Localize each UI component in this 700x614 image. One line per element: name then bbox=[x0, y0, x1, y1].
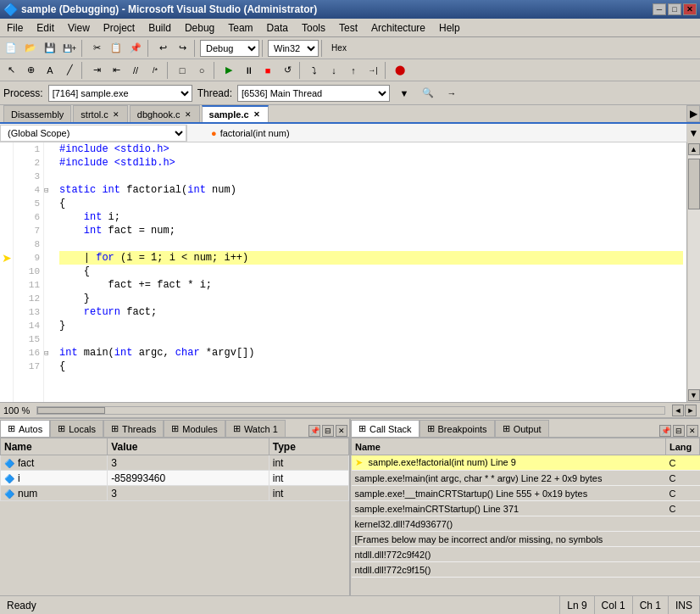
tab-callstack[interactable]: ⊞ Call Stack bbox=[351, 420, 419, 437]
save-all-btn[interactable]: 💾+ bbox=[60, 39, 79, 58]
platform-dropdown[interactable]: Win32 bbox=[268, 40, 319, 57]
maximize-button[interactable]: □ bbox=[668, 3, 681, 15]
hscroll-thumb[interactable] bbox=[37, 407, 105, 414]
uncomment-btn[interactable]: /* bbox=[146, 61, 164, 80]
close-button[interactable]: ✕ bbox=[683, 3, 697, 15]
hscroll-left[interactable]: ◄ bbox=[672, 405, 684, 416]
marker-spacer-6 bbox=[0, 210, 13, 224]
rect-btn[interactable]: □ bbox=[173, 61, 192, 80]
tab-dbghook[interactable]: dbghook.c ✕ bbox=[130, 105, 200, 122]
thread-search-btn[interactable]: 🔍 bbox=[419, 84, 437, 103]
tab-threads[interactable]: ⊞ Threads bbox=[103, 420, 164, 437]
menu-build[interactable]: Build bbox=[142, 20, 178, 36]
cs-close-btn[interactable]: ✕ bbox=[686, 425, 698, 437]
ln-17: 17 bbox=[17, 360, 40, 373]
tab-strtol-label: strtol.c bbox=[81, 109, 108, 120]
hscroll-right[interactable]: ► bbox=[685, 405, 697, 416]
code-content[interactable]: #include <stdio.h> #include <stdlib.h> s… bbox=[56, 142, 686, 402]
tab-output[interactable]: ⊞ Output bbox=[495, 420, 549, 437]
undo-btn[interactable]: ↩ bbox=[153, 39, 172, 58]
vscroll-up[interactable]: ▲ bbox=[688, 143, 700, 155]
menu-architecture[interactable]: Architecture bbox=[364, 20, 432, 36]
vscroll-track[interactable] bbox=[688, 155, 700, 389]
scope-arrow[interactable]: ▼ bbox=[686, 124, 700, 142]
line-btn[interactable]: ╱ bbox=[60, 61, 79, 80]
indent-btn[interactable]: ⇥ bbox=[87, 61, 106, 80]
vscroll-thumb[interactable] bbox=[688, 159, 700, 209]
thread-next-btn[interactable]: → bbox=[442, 84, 461, 103]
stepover-btn[interactable]: ⤵ bbox=[305, 61, 324, 80]
pointer-btn[interactable]: ↖ bbox=[2, 61, 20, 80]
cs-row-1-lang: C bbox=[666, 471, 700, 486]
redo-btn[interactable]: ↪ bbox=[173, 39, 192, 58]
var-icon-i: 🔷 bbox=[4, 474, 14, 483]
vscroll-down[interactable]: ▼ bbox=[688, 389, 700, 401]
stop-btn[interactable]: ■ bbox=[258, 61, 277, 80]
pause-btn[interactable]: ⏸ bbox=[239, 61, 258, 80]
autos-i-value: -858993460 bbox=[108, 471, 269, 486]
copy-btn[interactable]: 📋 bbox=[107, 39, 125, 58]
tab-autos[interactable]: ⊞ Autos bbox=[0, 420, 50, 437]
insert-point-btn[interactable]: ⊕ bbox=[21, 61, 40, 80]
cs-auto-hide-btn[interactable]: ⊟ bbox=[673, 425, 685, 437]
menu-file[interactable]: File bbox=[0, 20, 30, 36]
run-btn[interactable]: ▶ bbox=[219, 61, 238, 80]
modules-icon: ⊞ bbox=[171, 423, 179, 434]
thread-filter-btn[interactable]: ▼ bbox=[395, 84, 414, 103]
code-line-7: int fact = num; bbox=[59, 224, 683, 237]
code-line-13: return fact; bbox=[59, 305, 683, 319]
autos-pin-btn[interactable]: 📌 bbox=[308, 425, 320, 437]
editor-vscroll[interactable]: ▲ ▼ bbox=[686, 142, 700, 402]
restart-btn[interactable]: ↺ bbox=[278, 61, 297, 80]
code-line-6: int i; bbox=[59, 210, 683, 224]
cut-btn[interactable]: ✂ bbox=[87, 39, 106, 58]
scope-dropdown[interactable]: (Global Scope) bbox=[0, 125, 186, 142]
tab-disassembly[interactable]: Disassembly bbox=[3, 105, 71, 122]
tab-scroll-arrow[interactable]: ▶ bbox=[686, 105, 700, 122]
comment-btn[interactable]: // bbox=[126, 61, 145, 80]
bp-btn[interactable]: ⬤ bbox=[391, 61, 409, 80]
outdent-btn[interactable]: ⇤ bbox=[107, 61, 125, 80]
menu-help[interactable]: Help bbox=[432, 20, 467, 36]
code-line-5: { bbox=[59, 197, 683, 210]
process-select[interactable]: [7164] sample.exe bbox=[48, 85, 192, 102]
tab-sample[interactable]: sample.c ✕ bbox=[202, 105, 269, 122]
tab-dbghook-close[interactable]: ✕ bbox=[184, 110, 192, 119]
tab-breakpoints[interactable]: ⊞ Breakpoints bbox=[419, 420, 495, 437]
minimize-button[interactable]: ─ bbox=[653, 3, 666, 15]
text-btn[interactable]: A bbox=[41, 61, 59, 80]
tab-strtol-close[interactable]: ✕ bbox=[112, 110, 120, 119]
open-btn[interactable]: 📂 bbox=[21, 39, 40, 58]
collapse-4[interactable]: ⊟ bbox=[44, 183, 56, 197]
hscroll-track[interactable] bbox=[36, 406, 665, 415]
thread-select[interactable]: [6536] Main Thread bbox=[237, 85, 390, 102]
tab-strtol[interactable]: strtol.c ✕ bbox=[73, 105, 127, 122]
title-bar-left: 🔷 sample (Debugging) - Microsoft Visual … bbox=[3, 3, 317, 16]
save-btn[interactable]: 💾 bbox=[41, 39, 59, 58]
autos-vscroll[interactable] bbox=[335, 0, 348, 614]
ellipse-btn[interactable]: ○ bbox=[192, 61, 211, 80]
collapse-16[interactable]: ⊟ bbox=[44, 346, 56, 360]
menu-tools[interactable]: Tools bbox=[295, 20, 332, 36]
tab-sample-close[interactable]: ✕ bbox=[253, 110, 261, 119]
config-dropdown[interactable]: Debug bbox=[200, 40, 259, 57]
var-icon-num: 🔷 bbox=[4, 489, 14, 499]
tab-locals[interactable]: ⊞ Locals bbox=[50, 420, 103, 437]
menu-debug[interactable]: Debug bbox=[178, 20, 221, 36]
runcursor-btn[interactable]: →| bbox=[364, 61, 382, 80]
menu-view[interactable]: View bbox=[61, 20, 97, 36]
cs-pin-btn[interactable]: 📌 bbox=[659, 425, 671, 437]
tab-modules[interactable]: ⊞ Modules bbox=[164, 420, 225, 437]
menu-data[interactable]: Data bbox=[260, 20, 295, 36]
paste-btn[interactable]: 📌 bbox=[126, 39, 145, 58]
menu-project[interactable]: Project bbox=[97, 20, 142, 36]
callstack-panel: ⊞ Call Stack ⊞ Breakpoints ⊞ Output 📌 ⊟ … bbox=[351, 419, 700, 595]
menu-edit[interactable]: Edit bbox=[30, 20, 61, 36]
tab-watch1[interactable]: ⊞ Watch 1 bbox=[225, 420, 286, 437]
new-btn[interactable]: 📄 bbox=[2, 39, 20, 58]
autos-auto-hide-btn[interactable]: ⊟ bbox=[322, 425, 334, 437]
ln-15: 15 bbox=[17, 332, 40, 346]
menu-team[interactable]: Team bbox=[221, 20, 259, 36]
line-number-gutter: 1 2 3 4 5 6 7 8 9 10 11 12 13 14 bbox=[14, 142, 44, 402]
status-bar: Ready Ln 9 Col 1 Ch 1 INS bbox=[0, 595, 700, 614]
